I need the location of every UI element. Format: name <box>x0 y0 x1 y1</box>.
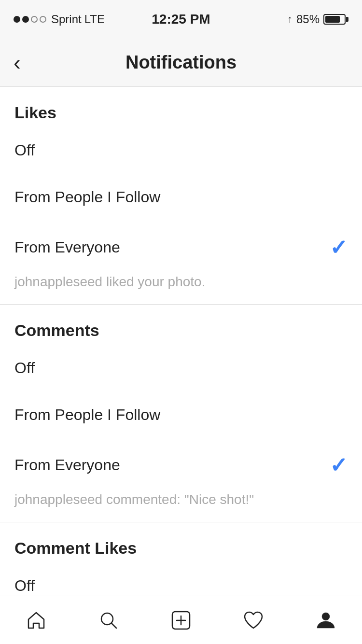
likes-everyone-label: From Everyone <box>14 238 120 256</box>
comments-everyone-checkmark: ✓ <box>330 453 348 477</box>
battery-percent: 85% <box>296 13 320 26</box>
status-right: ↑ 85% <box>287 13 348 26</box>
signal-dots <box>14 16 46 23</box>
tab-search[interactable] <box>80 601 138 640</box>
battery-body <box>323 14 346 25</box>
signal-dot-3 <box>31 16 38 23</box>
svg-point-5 <box>322 613 330 620</box>
nav-bar: ‹ Notifications <box>0 39 362 87</box>
status-time: 12:25 PM <box>152 12 210 27</box>
person-icon <box>315 610 336 631</box>
tab-home[interactable] <box>7 601 65 640</box>
likes-everyone-row[interactable]: From Everyone ✓ <box>0 221 362 274</box>
signal-dot-4 <box>40 16 46 23</box>
signal-dot-1 <box>14 16 20 23</box>
comments-off-label: Off <box>14 359 35 377</box>
battery-tip <box>346 17 348 22</box>
comments-section: Comments Off From People I Follow From E… <box>0 305 362 522</box>
comments-off-row[interactable]: Off <box>0 345 362 392</box>
likes-people-follow-row[interactable]: From People I Follow <box>0 174 362 221</box>
tab-profile[interactable] <box>297 601 355 640</box>
home-icon <box>26 610 47 631</box>
back-button[interactable]: ‹ <box>14 51 21 75</box>
comment-likes-off-label: Off <box>14 577 35 595</box>
status-left: Sprint LTE <box>14 13 105 26</box>
location-icon: ↑ <box>287 13 292 26</box>
likes-section: Likes Off From People I Follow From Ever… <box>0 87 362 305</box>
battery-fill <box>325 16 340 23</box>
comments-preview: johnappleseed commented: "Nice shot!" <box>0 492 362 522</box>
signal-dot-2 <box>22 16 29 23</box>
likes-people-follow-label: From People I Follow <box>14 188 160 206</box>
carrier-label: Sprint <box>51 13 82 26</box>
likes-off-label: Off <box>14 141 35 159</box>
page-title: Notifications <box>125 52 237 73</box>
battery-indicator <box>323 14 348 25</box>
tab-add[interactable] <box>152 601 210 640</box>
search-icon <box>98 610 119 631</box>
comments-people-follow-label: From People I Follow <box>14 406 160 424</box>
comments-people-follow-row[interactable]: From People I Follow <box>0 392 362 438</box>
svg-line-1 <box>111 623 116 628</box>
comments-section-header: Comments <box>0 305 362 345</box>
heart-icon <box>243 610 264 631</box>
likes-everyone-checkmark: ✓ <box>330 235 348 260</box>
tab-likes[interactable] <box>224 601 282 640</box>
likes-preview: johnappleseed liked your photo. <box>0 274 362 304</box>
network-label: LTE <box>84 13 105 26</box>
comments-everyone-label: From Everyone <box>14 456 120 474</box>
likes-off-row[interactable]: Off <box>0 127 362 174</box>
comments-everyone-row[interactable]: From Everyone ✓ <box>0 438 362 492</box>
likes-section-header: Likes <box>0 87 362 127</box>
main-content: Likes Off From People I Follow From Ever… <box>0 87 362 644</box>
comment-likes-section-header: Comment Likes <box>0 522 362 562</box>
tab-bar <box>0 596 362 644</box>
plus-square-icon <box>170 610 192 631</box>
status-bar: Sprint LTE 12:25 PM ↑ 85% <box>0 0 362 39</box>
